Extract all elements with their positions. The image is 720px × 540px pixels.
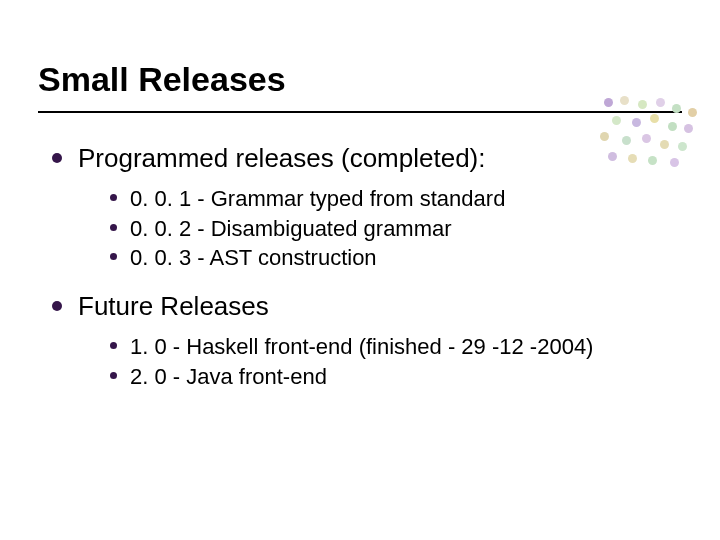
dot-icon xyxy=(620,96,629,105)
dot-icon xyxy=(600,132,609,141)
item-text: 0. 0. 2 - Disambiguated grammar xyxy=(130,216,452,241)
item-text: 0. 0. 3 - AST construction xyxy=(130,245,377,270)
dot-icon xyxy=(688,108,697,117)
dot-icon xyxy=(608,152,617,161)
bullet-list: Programmed releases (completed): 0. 0. 1… xyxy=(38,143,682,391)
dot-icon xyxy=(612,116,621,125)
dot-icon xyxy=(670,158,679,167)
dot-icon xyxy=(648,156,657,165)
section-heading: Future Releases xyxy=(78,291,269,321)
dot-icon xyxy=(684,124,693,133)
completed-items: 0. 0. 1 - Grammar typed from standard 0.… xyxy=(78,184,682,273)
dot-icon xyxy=(632,118,641,127)
dot-icon xyxy=(678,142,687,151)
section-heading: Programmed releases (completed): xyxy=(78,143,486,173)
dot-icon xyxy=(604,98,613,107)
list-item: 2. 0 - Java front-end xyxy=(110,362,682,392)
dot-icon xyxy=(660,140,669,149)
list-item: 0. 0. 1 - Grammar typed from standard xyxy=(110,184,682,214)
dot-icon xyxy=(638,100,647,109)
slide: Small Releases Programmed releases (comp… xyxy=(0,0,720,540)
decorative-dots xyxy=(598,96,698,176)
section-completed: Programmed releases (completed): 0. 0. 1… xyxy=(52,143,682,273)
item-text: 0. 0. 1 - Grammar typed from standard xyxy=(130,186,505,211)
list-item: 0. 0. 2 - Disambiguated grammar xyxy=(110,214,682,244)
dot-icon xyxy=(628,154,637,163)
future-items: 1. 0 - Haskell front-end (finished - 29 … xyxy=(78,332,682,391)
item-text: 2. 0 - Java front-end xyxy=(130,364,327,389)
dot-icon xyxy=(668,122,677,131)
dot-icon xyxy=(672,104,681,113)
list-item: 1. 0 - Haskell front-end (finished - 29 … xyxy=(110,332,682,362)
list-item: 0. 0. 3 - AST construction xyxy=(110,243,682,273)
section-future: Future Releases 1. 0 - Haskell front-end… xyxy=(52,291,682,391)
dot-icon xyxy=(622,136,631,145)
dot-icon xyxy=(650,114,659,123)
item-text: 1. 0 - Haskell front-end (finished - 29 … xyxy=(130,334,593,359)
dot-icon xyxy=(656,98,665,107)
dot-icon xyxy=(642,134,651,143)
slide-title: Small Releases xyxy=(38,60,682,113)
